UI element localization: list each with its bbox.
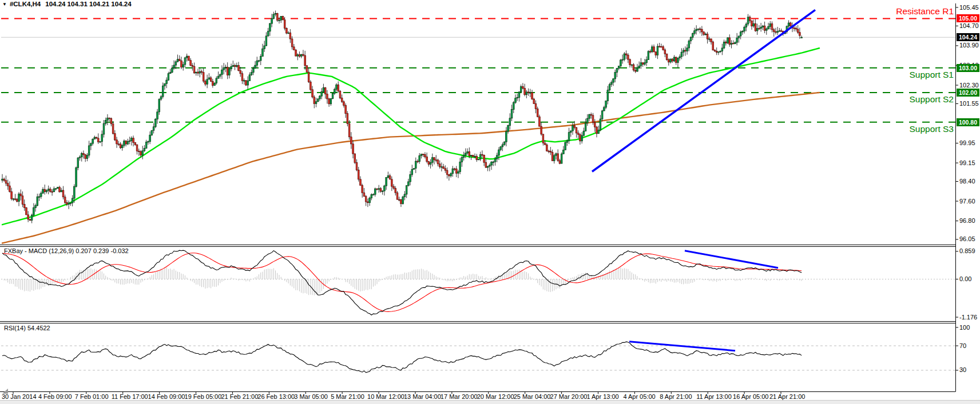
rsi-tick: 70 [959,342,966,349]
date-tick: 27 Mar 20:00 [550,393,588,400]
price-tick: 103.90 [959,42,979,49]
date-tick: 16 Apr 05:00 [733,393,768,400]
date-tick: 13 Mar 04:00 [404,393,441,400]
date-tick: 11 Apr 13:00 [696,393,732,400]
date-tick: 21 Apr 21:00 [769,393,805,400]
date-tick: 26 Feb 13:00 [257,393,295,400]
date-tick: 3 Mar 05:00 [294,393,328,400]
date-tick: 14 Feb 09:00 [148,393,185,400]
price-tick: 97.60 [959,198,975,205]
macd-tick: 0.00 [959,275,971,282]
macd-values: 0.207 0.239 -0.032 [76,247,128,254]
macd-tick: -1.176 [959,314,977,321]
macd-panel [1,250,955,315]
resistance-label: Resistance R1 [896,6,954,17]
rsi-tick: 30 [959,366,966,373]
chart-canvas[interactable] [0,0,980,404]
rsi-tick: 100 [959,324,970,331]
level-price-badge: 103.00 [957,64,979,72]
trading-chart-window: ▼#CLK4,H4104.24 104.31 104.21 104.24 FXB… [0,0,980,404]
chart-frame [0,3,958,394]
date-tick: 1 Apr 13:00 [586,393,618,400]
price-tick: 96.05 [959,235,975,242]
price-tick: 96.80 [959,217,975,224]
level-price-badge: 102.00 [957,89,979,97]
date-tick: 11 Feb 17:00 [112,393,148,400]
symbol-ohlc-values: 104.24 104.31 104.21 104.24 [45,1,131,7]
price-tick: 99.15 [959,159,975,166]
rsi-value: 54.4522 [27,325,50,331]
level-price-badge: 100.80 [957,118,979,126]
date-tick: 17 Mar 20:00 [441,393,478,400]
price-tick: 105.45 [959,4,979,11]
macd-title: FXBay - MACD (12,26,9) [4,247,74,254]
date-tick: 25 Mar 04:00 [514,393,551,400]
date-tick: 8 Apr 21:00 [660,393,692,400]
price-tick: 101.55 [959,100,979,107]
date-tick: 10 Mar 12:00 [367,393,404,400]
symbol-info-bar: ▼#CLK4,H4104.24 104.31 104.21 104.24 [2,1,132,7]
price-tick: 98.40 [959,178,975,185]
support-label: Support S3 [909,124,954,134]
rsi-panel [1,342,955,373]
level-price-badge: 105.00 [957,14,979,22]
main-chart-panel [1,10,955,243]
symbol-dropdown-icon[interactable]: ▼ [2,2,7,7]
macd-indicator-label: FXBay - MACD (12,26,9) 0.207 0.239 -0.03… [4,247,129,254]
date-tick: 19 Feb 05:00 [185,393,222,400]
support-label: Support S1 [909,70,954,80]
current-price-badge: 104.24 [957,33,979,41]
date-tick: 4 Feb 09:00 [38,393,72,400]
price-tick: 99.95 [959,139,975,146]
date-tick: 5 Mar 21:00 [331,393,364,400]
rsi-indicator-label: RSI(14) 54.4522 [4,325,50,331]
date-tick: 7 Feb 01:00 [75,393,109,400]
bottom-strip [0,400,980,404]
date-tick: 4 Apr 05:00 [623,393,655,400]
price-tick: 102.30 [959,82,979,89]
symbol-name: #CLK4,H4 [10,1,41,7]
support-label: Support S2 [909,94,954,105]
price-tick: 104.70 [959,22,979,29]
rsi-title: RSI(14) [4,325,26,331]
macd-tick: 0.859 [959,247,975,254]
date-tick: 21 Feb 21:00 [221,393,258,400]
date-tick: 20 Mar 12:00 [477,393,514,400]
date-tick: 30 Jan 2014 [2,393,37,400]
